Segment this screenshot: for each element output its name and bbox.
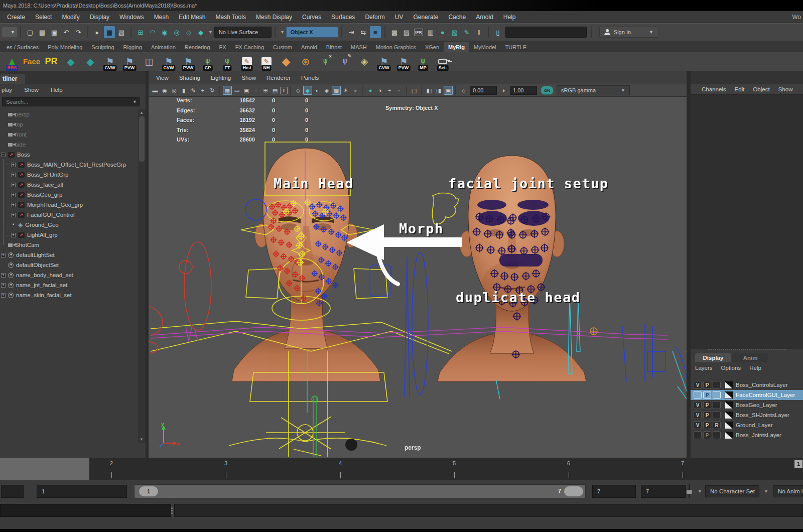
layer-playback-toggle[interactable]: P [703,421,711,429]
outliner-menu-help[interactable]: Help [51,87,63,93]
channel-box-menu-show[interactable]: Show [778,86,793,92]
make-live-icon[interactable]: ◆ [195,26,206,38]
channel-box-menu-object[interactable]: Object [753,86,769,92]
expand-plus-icon[interactable]: + [11,183,16,187]
shelf-item-mp-tool[interactable]: ⋔MP [414,53,432,70]
outliner-item-facialgui-control[interactable]: +↗FacialGUI_Control [0,210,138,220]
chevron-down-icon[interactable]: ▼ [764,489,768,494]
toolbar-separator[interactable] [275,26,276,38]
move-manipulator-icon[interactable]: + [198,86,207,95]
camera-attributes-icon[interactable]: ◎ [170,86,179,95]
layer-row-boss-shjointslayer[interactable]: V P Boss_SHJointsLayer [691,410,803,420]
depth-of-field-icon[interactable]: ▪ [394,86,404,95]
channel-box-empty-area[interactable] [691,94,803,349]
shelf-item-nh-tool[interactable]: ✎NH [257,53,276,70]
select-object-icon[interactable]: ▦ [104,26,115,38]
collapse-minus-icon[interactable]: − [1,153,6,157]
chevron-down-icon[interactable]: ▼ [698,489,702,494]
undo-icon[interactable]: ↶ [61,26,72,38]
snap-curve-icon[interactable]: ◠ [147,26,158,38]
layer-display-type-toggle[interactable] [713,411,721,419]
menu-mesh-display[interactable]: Mesh Display [251,14,297,21]
sign-in-dropdown[interactable]: Sign In ▼ [599,27,658,38]
playback-end-field[interactable]: 7 [592,485,636,498]
render-view-icon[interactable]: ▩ [389,26,400,38]
shelf-tab-arnold[interactable]: Arnold [297,42,322,52]
lasso-select-icon[interactable]: ▢ [410,86,419,95]
outliner-item-name-body-head-set[interactable]: +name_body_head_set [0,270,138,280]
layer-color-swatch[interactable] [725,402,733,409]
live-surface-field[interactable]: No Live Surface [214,27,272,38]
isolate-select-icon[interactable]: ▣ [444,86,453,95]
exposure-icon[interactable]: ☼ [459,86,468,95]
anim-start-field[interactable]: 1 [37,485,127,498]
shelf-item-gem-tool-1[interactable]: ◆ [62,53,80,70]
current-time-field[interactable]: 1 [794,460,802,468]
shelf-item-joint-pencil-tool[interactable]: ⋔✎ [336,53,354,70]
shelf-item-cvw-tool-1[interactable]: ⚑CVW [101,53,119,70]
outliner-menu-show[interactable]: Show [24,87,39,93]
layer-display-type-toggle[interactable]: R [713,421,721,429]
layer-display-type-toggle[interactable] [713,401,721,409]
layer-color-swatch[interactable] [725,391,733,399]
layer-color-swatch[interactable] [725,422,733,429]
construction-history-icon[interactable]: ≡ [370,26,381,38]
snap-grid-icon[interactable]: ⊞ [135,26,146,38]
layer-tab-anim[interactable]: Anim [732,353,768,362]
flat-shade-icon[interactable]: ◐ [313,86,322,95]
snap-view-plane-icon[interactable]: ◇ [183,26,194,38]
toolbar-separator[interactable] [130,26,131,38]
menu-edit-mesh[interactable]: Edit Mesh [174,14,210,21]
expand-plus-icon[interactable]: + [11,163,16,167]
shelf-item-pvw-tool-1[interactable]: ⚑PVW [120,53,139,70]
menu-cache[interactable]: Cache [443,14,471,21]
outliner-item-defaultobjectset[interactable]: defaultObjectSet [0,260,138,270]
menu-curves[interactable]: Curves [297,14,326,21]
field-chart-icon[interactable]: ⊞ [261,86,270,95]
time-slider[interactable]: 2 3 4 5 6 7 1 [0,458,803,480]
camera-edit-icon[interactable]: ✎ [189,86,198,95]
shelf-item-pr-tool[interactable]: PR [42,53,60,70]
shelf-tab-mymodel[interactable]: MyModel [469,42,501,52]
character-set-selector[interactable]: No Character Set [705,485,759,497]
expand-plus-icon[interactable]: + [11,233,16,237]
shelf-tab-rendering[interactable]: Rendering [180,42,215,52]
viewport-canvas[interactable]: Main Head Main Head facial joint setup f… [149,96,687,458]
shelf-item-ft-tool[interactable]: ⋔FT [218,53,236,70]
outliner-item-ground-geo[interactable]: •◈Ground_Geo [0,220,138,230]
live-surface-arrow[interactable]: ▼ [208,30,213,35]
channel-box-menu-channels[interactable]: Channels [702,86,726,92]
select-component-icon[interactable]: ▧ [116,26,127,38]
viewport-menu-panels[interactable]: Panels [301,75,319,81]
layer-menu-help[interactable]: Help [749,365,761,371]
scroll-up-icon[interactable]: ▲ [140,110,144,115]
scene-sphere[interactable] [345,439,357,451]
safe-title-icon[interactable]: T [280,87,288,94]
shelf-item-joint-x-tool[interactable]: ⋔× [316,53,334,70]
outliner-search-input[interactable]: Search... ▼ [2,97,140,106]
toolbar-separator[interactable] [87,26,88,38]
layer-visibility-toggle[interactable]: V [694,421,702,429]
anim-end-field[interactable]: 7 [641,485,686,498]
shelf-tab-mash[interactable]: MASH [346,42,371,52]
menu-mesh-tools[interactable]: Mesh Tools [210,14,250,21]
outliner-item-name-skin-facial-set[interactable]: +name_skin_facial_set [0,290,138,300]
select-hierarchy-icon[interactable]: ▸ [92,26,103,38]
exposure-field[interactable]: 0.00 [470,86,497,95]
redo-icon[interactable]: ↷ [73,26,84,38]
use-all-lights-icon[interactable]: ☀ [341,86,350,95]
toolbar-separator[interactable] [488,26,489,38]
viewport-menu-lighting[interactable]: Lighting [211,75,231,81]
layer-color-swatch[interactable] [725,381,733,389]
render-settings-icon[interactable]: ▥ [425,26,436,38]
shadows-icon[interactable]: ● [351,86,360,95]
layer-color-swatch[interactable] [725,412,733,419]
toolbar-separator[interactable] [341,26,342,38]
shelf-tab-motion-graphics[interactable]: Motion Graphics [371,42,421,52]
shelf-item-cluster-tool[interactable]: ◈ [355,53,373,70]
arnold-render-icon[interactable]: ● [437,26,448,38]
scrollbar-thumb[interactable] [139,116,145,162]
layer-row-ground-layer[interactable]: V P R Ground_Layer [691,420,803,430]
layer-display-type-toggle[interactable] [713,391,721,399]
layer-menu-layers[interactable]: Layers [695,365,713,371]
